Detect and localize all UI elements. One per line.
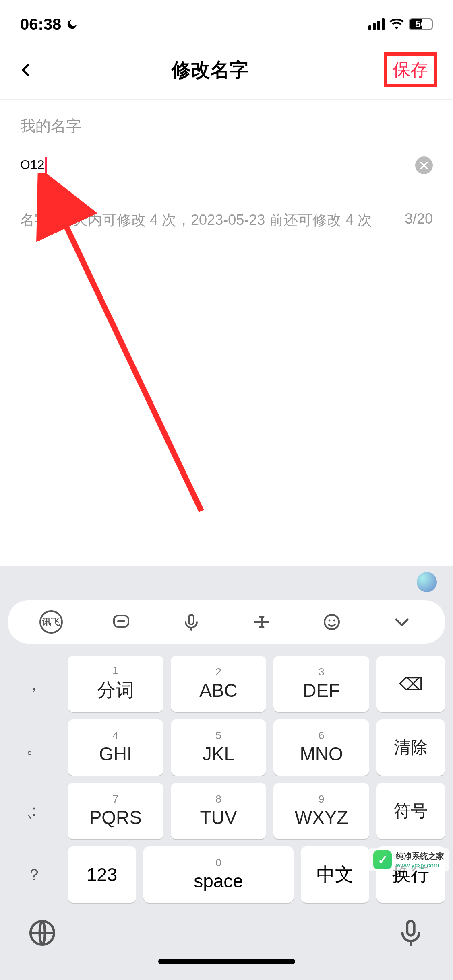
backspace-icon: ⌫ <box>399 674 423 694</box>
key-punct-comma[interactable]: ， <box>8 656 60 712</box>
svg-point-4 <box>325 615 339 629</box>
key-123[interactable]: 123 <box>68 846 136 903</box>
hint-row: 名字 30 天内可修改 4 次，2023-05-23 前还可修改 4 次 3/2… <box>20 210 433 230</box>
text-cursor-icon <box>251 611 272 632</box>
svg-point-5 <box>328 620 330 622</box>
svg-rect-3 <box>189 615 194 624</box>
home-indicator[interactable] <box>158 959 295 964</box>
keyboard-clipboard-button[interactable] <box>109 610 133 634</box>
watermark-badge-icon: ✓ <box>373 850 392 869</box>
chat-icon <box>112 612 131 632</box>
page-title: 修改名字 <box>36 57 384 83</box>
key-clear[interactable]: 清除 <box>376 719 445 776</box>
form-area: 我的名字 O12 名字 30 天内可修改 4 次，2023-05-23 前还可修… <box>0 100 453 246</box>
watermark-text: 纯净系统之家 www.ycxjy.com <box>396 851 444 869</box>
keyboard: 讯飞 ， 1分词 2ABC 3DEF ⌫ 。 4GHI 5JKL 6MNO 清除… <box>0 566 453 980</box>
key-punct-question[interactable]: ？ <box>8 846 60 903</box>
chevron-left-icon <box>18 62 34 78</box>
status-time-group: 06:38 <box>20 15 78 33</box>
key-backspace[interactable]: ⌫ <box>376 656 445 712</box>
status-bar: 06:38 56 <box>0 0 453 40</box>
key-punct-period[interactable]: 。 <box>8 719 60 776</box>
key-language[interactable]: 中文 <box>301 846 369 903</box>
key-2-abc[interactable]: 2ABC <box>171 656 267 712</box>
keyboard-grid: ， 1分词 2ABC 3DEF ⌫ 。 4GHI 5JKL 6MNO 清除 、 … <box>0 656 453 839</box>
back-button[interactable] <box>16 60 36 80</box>
keyboard-collapse-button[interactable] <box>390 610 414 634</box>
dictation-button[interactable] <box>397 919 425 947</box>
key-4-ghi[interactable]: 4GHI <box>68 719 163 776</box>
chevron-down-icon <box>392 612 412 632</box>
dnd-moon-icon <box>66 18 78 30</box>
keyboard-avatar-icon[interactable] <box>417 572 437 592</box>
key-punct-colon[interactable]: ： <box>8 782 60 838</box>
watermark-title: 纯净系统之家 <box>396 851 444 862</box>
watermark: ✓ 纯净系统之家 www.ycxjy.com <box>368 848 449 871</box>
svg-point-6 <box>333 620 335 622</box>
key-space[interactable]: 0space <box>143 846 294 903</box>
keyboard-topbar <box>0 566 453 592</box>
wifi-icon <box>389 19 404 30</box>
svg-rect-8 <box>407 921 414 935</box>
status-right: 56 <box>368 18 433 30</box>
close-icon <box>419 160 429 171</box>
key-symbol[interactable]: 符号 <box>376 783 445 839</box>
battery-icon: 56 <box>409 18 433 30</box>
keyboard-brand-button[interactable]: 讯飞 <box>39 610 63 634</box>
watermark-url: www.ycxjy.com <box>396 862 444 869</box>
name-input-value: O12 <box>20 157 44 172</box>
char-counter: 3/20 <box>405 210 433 230</box>
keyboard-voice-button[interactable] <box>179 610 203 634</box>
name-hint: 名字 30 天内可修改 4 次，2023-05-23 前还可修改 4 次 <box>20 210 372 230</box>
key-3-def[interactable]: 3DEF <box>273 656 369 712</box>
smiley-icon <box>322 612 341 632</box>
key-8-tuv[interactable]: 8TUV <box>171 783 267 839</box>
keyboard-emoji-button[interactable] <box>320 610 344 634</box>
keyboard-cursor-button[interactable] <box>250 610 274 634</box>
cellular-signal-icon <box>368 18 385 30</box>
name-input-row: O12 <box>20 156 433 174</box>
globe-button[interactable] <box>28 919 56 947</box>
keyboard-bottom-row <box>0 903 453 955</box>
key-9-wxyz[interactable]: 9WXYZ <box>273 783 369 839</box>
key-1[interactable]: 1分词 <box>68 656 163 712</box>
name-field-label: 我的名字 <box>20 116 433 136</box>
keyboard-brand-label: 讯飞 <box>39 610 63 634</box>
nav-bar: 修改名字 保存 <box>0 40 453 100</box>
keyboard-toolbar: 讯飞 <box>8 600 445 644</box>
name-input[interactable]: O12 <box>20 157 49 174</box>
key-7-pqrs[interactable]: 7PQRS <box>68 783 163 839</box>
text-caret <box>45 157 47 173</box>
key-5-jkl[interactable]: 5JKL <box>171 719 267 776</box>
status-time: 06:38 <box>20 15 61 33</box>
microphone-icon <box>182 612 201 632</box>
clear-input-button[interactable] <box>415 156 433 174</box>
battery-percent: 56 <box>416 19 426 30</box>
save-button[interactable]: 保存 <box>384 52 437 87</box>
key-6-mno[interactable]: 6MNO <box>273 719 369 776</box>
